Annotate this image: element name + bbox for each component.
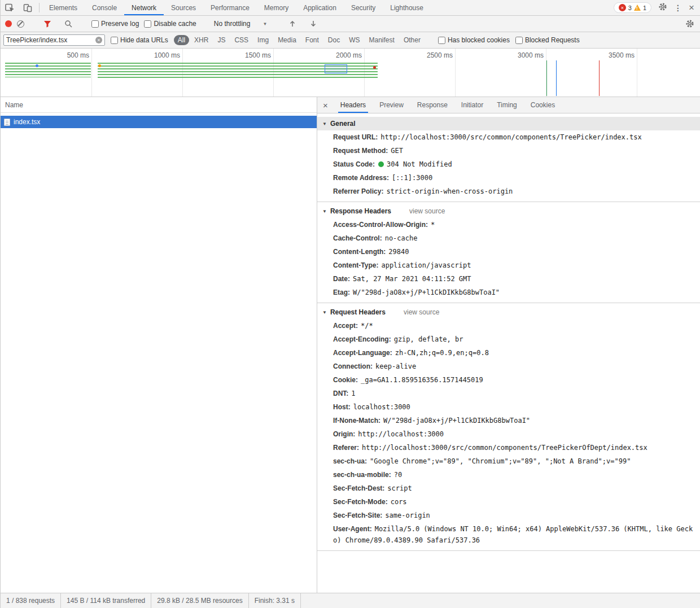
export-har-icon[interactable] bbox=[305, 20, 321, 28]
has-blocked-cookies-checkbox-input[interactable] bbox=[438, 37, 445, 44]
tab-elements[interactable]: Elements bbox=[42, 0, 85, 15]
filter-input[interactable] bbox=[6, 36, 94, 44]
details-tab-initiator[interactable]: Initiator bbox=[454, 97, 490, 113]
filter-pill-other[interactable]: Other bbox=[400, 35, 425, 45]
blocked-requests-checkbox-input[interactable] bbox=[515, 37, 523, 44]
hide-data-urls-checkbox-input[interactable] bbox=[111, 37, 118, 44]
file-icon bbox=[4, 119, 10, 126]
settings-gear-icon[interactable] bbox=[658, 2, 667, 13]
header-row: Remote Address:[::1]:3000 bbox=[317, 171, 700, 185]
inspect-element-icon[interactable] bbox=[1, 0, 19, 15]
device-toolbar-icon[interactable] bbox=[19, 0, 37, 15]
devtools-tab-bar: Elements Console Network Sources Perform… bbox=[1, 0, 700, 16]
tab-security[interactable]: Security bbox=[344, 0, 383, 15]
request-dot bbox=[98, 64, 101, 67]
timeline-label: 1500 ms bbox=[226, 51, 271, 59]
filter-pill-font[interactable]: Font bbox=[301, 35, 323, 45]
timeline-gridline bbox=[91, 49, 92, 97]
header-value: cors bbox=[391, 498, 407, 506]
header-value: 304 Not Modified bbox=[387, 160, 452, 168]
header-name: User-Agent: bbox=[333, 525, 372, 533]
issues-badge[interactable]: × 3 1 bbox=[614, 2, 651, 13]
network-overview-timeline[interactable]: 500 ms 1000 ms 1500 ms 2000 ms 2500 ms 3… bbox=[1, 49, 700, 97]
close-devtools-icon[interactable]: × bbox=[689, 2, 694, 14]
filter-pill-js[interactable]: JS bbox=[213, 35, 229, 45]
clear-filter-icon[interactable]: × bbox=[95, 37, 102, 43]
details-tab-headers[interactable]: Headers bbox=[334, 97, 373, 113]
header-name: Referrer Policy: bbox=[333, 187, 383, 195]
details-tab-preview[interactable]: Preview bbox=[373, 97, 410, 113]
network-settings-gear-icon[interactable] bbox=[685, 19, 694, 30]
filter-pill-img[interactable]: Img bbox=[253, 35, 273, 45]
tab-sources[interactable]: Sources bbox=[164, 0, 203, 15]
tab-console[interactable]: Console bbox=[85, 0, 124, 15]
filter-funnel-icon[interactable] bbox=[40, 20, 55, 28]
header-value: */* bbox=[361, 322, 373, 330]
timeline-label: 1000 ms bbox=[135, 51, 180, 59]
request-row-index-tsx[interactable]: index.tsx bbox=[1, 116, 317, 128]
general-section: ▼ General Request URL:http://localhost:3… bbox=[317, 117, 700, 202]
disable-cache-checkbox[interactable]: Disable cache bbox=[144, 20, 196, 28]
header-value: "Google Chrome";v="89", "Chromium";v="89… bbox=[370, 457, 631, 465]
overflow-menu-icon[interactable]: ⋮ bbox=[674, 3, 682, 12]
view-source-link[interactable]: view source bbox=[404, 308, 439, 316]
section-title: Response Headers bbox=[330, 207, 391, 215]
filter-pill-media[interactable]: Media bbox=[274, 35, 300, 45]
filter-pill-css[interactable]: CSS bbox=[230, 35, 252, 45]
timeline-gridline bbox=[637, 49, 637, 97]
request-name: index.tsx bbox=[14, 118, 40, 126]
preserve-log-label: Preserve log bbox=[101, 20, 139, 28]
chevron-down-icon: ▼ bbox=[322, 310, 327, 315]
request-dot bbox=[36, 64, 38, 67]
header-value: 1 bbox=[351, 390, 355, 397]
header-name: Request Method: bbox=[333, 147, 388, 155]
import-har-icon[interactable] bbox=[285, 20, 300, 28]
throttling-dropdown[interactable]: No throttling ▼ bbox=[212, 20, 270, 28]
finish-time: Finish: 3.31 s bbox=[249, 593, 301, 608]
header-row: Status Code:304 Not Modified bbox=[317, 158, 700, 171]
tab-network[interactable]: Network bbox=[124, 0, 164, 15]
name-column-header[interactable]: Name bbox=[1, 97, 317, 113]
clear-network-log-icon[interactable] bbox=[17, 20, 24, 28]
general-items: Request URL:http://localhost:3000/src/co… bbox=[317, 130, 700, 198]
details-tab-timing[interactable]: Timing bbox=[490, 97, 524, 113]
filter-pill-xhr[interactable]: XHR bbox=[190, 35, 212, 45]
header-value: gzip, deflate, br bbox=[394, 335, 463, 343]
tab-application[interactable]: Application bbox=[296, 0, 344, 15]
header-value: zh-CN,zh;q=0.9,en;q=0.8 bbox=[395, 349, 489, 357]
header-row: Sec-Fetch-Site:same-origin bbox=[317, 509, 700, 522]
close-details-icon[interactable]: × bbox=[317, 97, 334, 113]
network-main-area: Name index.tsx × Headers Preview Respons… bbox=[1, 97, 700, 593]
header-name: Request URL: bbox=[333, 133, 378, 141]
request-headers-section-header[interactable]: ▼ Request Headers view source bbox=[317, 303, 700, 319]
header-name: Status Code: bbox=[333, 160, 375, 168]
preserve-log-checkbox-input[interactable] bbox=[91, 20, 99, 28]
filter-pill-all[interactable]: All bbox=[174, 35, 189, 45]
blocked-requests-label: Blocked Requests bbox=[525, 36, 580, 44]
has-blocked-cookies-checkbox[interactable]: Has blocked cookies bbox=[438, 36, 510, 44]
filter-pill-ws[interactable]: WS bbox=[345, 35, 364, 45]
record-network-log-icon[interactable] bbox=[5, 20, 12, 27]
header-name: Origin: bbox=[333, 430, 355, 438]
response-headers-section-header[interactable]: ▼ Response Headers view source bbox=[317, 202, 700, 218]
blocked-requests-checkbox[interactable]: Blocked Requests bbox=[515, 36, 580, 44]
hide-data-urls-checkbox[interactable]: Hide data URLs bbox=[111, 36, 168, 44]
disable-cache-checkbox-input[interactable] bbox=[144, 20, 151, 28]
general-section-header[interactable]: ▼ General bbox=[317, 117, 700, 130]
view-source-link[interactable]: view source bbox=[409, 207, 445, 215]
tab-lighthouse[interactable]: Lighthouse bbox=[383, 0, 431, 15]
header-row: Access-Control-Allow-Origin:* bbox=[317, 218, 700, 231]
header-value: W/"298d-jaO8x+j/P+l1CkDIKkbG8bwToaI" bbox=[353, 288, 500, 296]
tab-performance[interactable]: Performance bbox=[203, 0, 257, 15]
details-tab-cookies[interactable]: Cookies bbox=[524, 97, 562, 113]
search-icon[interactable] bbox=[60, 20, 76, 28]
separator bbox=[39, 3, 40, 12]
header-name: Sec-Fetch-Mode: bbox=[333, 498, 388, 506]
header-value: http://localhost:3000/src/common/compone… bbox=[380, 133, 641, 141]
preserve-log-checkbox[interactable]: Preserve log bbox=[91, 20, 139, 28]
details-tab-response[interactable]: Response bbox=[410, 97, 454, 113]
filter-pill-doc[interactable]: Doc bbox=[324, 35, 344, 45]
header-row: Accept:*/* bbox=[317, 319, 700, 333]
filter-pill-manifest[interactable]: Manifest bbox=[365, 35, 399, 45]
tab-memory[interactable]: Memory bbox=[257, 0, 296, 15]
